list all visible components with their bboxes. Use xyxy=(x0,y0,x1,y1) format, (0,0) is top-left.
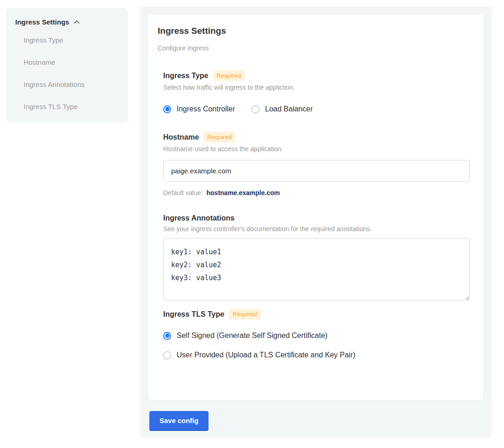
required-badge: Required xyxy=(203,132,235,142)
radio-load-balancer[interactable] xyxy=(252,105,259,113)
required-badge: Required xyxy=(213,70,245,81)
sidebar-item-ingress-type[interactable]: Ingress Type xyxy=(24,31,119,49)
sidebar-item-hostname[interactable]: Hostname xyxy=(24,54,119,71)
sidebar-item-ingress-annotations[interactable]: Ingress Annotations xyxy=(24,76,119,93)
sidebar-item-list: Ingress Type Hostname Ingress Annotation… xyxy=(15,31,119,115)
group-hostname: Hostname Required Hostname used to acces… xyxy=(163,132,474,196)
config-panel: Ingress Settings Configure Ingress Ingre… xyxy=(140,6,492,438)
group-heading: Ingress Type Required xyxy=(163,70,474,81)
radio-user-provided[interactable] xyxy=(163,351,171,359)
radio-option-self-signed[interactable]: Self Signed (Generate Self Signed Certif… xyxy=(163,331,474,340)
radio-option-load-balancer[interactable]: Load Balancer xyxy=(252,105,313,113)
group-ingress-tls-type: Ingress TLS Type Required Self Signed (G… xyxy=(163,309,474,359)
radio-label: Self Signed (Generate Self Signed Certif… xyxy=(177,331,327,340)
ingress-settings-card: Ingress Settings Configure Ingress Ingre… xyxy=(148,15,483,400)
group-heading: Ingress TLS Type Required xyxy=(163,309,474,319)
save-config-button[interactable]: Save config xyxy=(149,411,209,430)
group-ingress-annotations: Ingress Annotations See your ingress con… xyxy=(163,214,474,301)
group-heading: Hostname Required xyxy=(163,132,474,142)
sidebar-group-title: Ingress Settings xyxy=(15,18,69,26)
radio-label: Load Balancer xyxy=(265,105,313,113)
default-value-text: hostname.example.com xyxy=(207,189,280,196)
ingress-type-radio-group: Ingress Controller Load Balancer xyxy=(163,105,474,113)
radio-label: User Provided (Upload a TLS Certificate … xyxy=(177,351,356,359)
required-badge: Required xyxy=(229,309,261,319)
radio-option-ingress-controller[interactable]: Ingress Controller xyxy=(163,105,235,113)
page-subtitle: Configure Ingress xyxy=(158,44,474,52)
group-ingress-type: Ingress Type Required Select how traffic… xyxy=(163,70,474,113)
sidebar-group-toggle[interactable]: Ingress Settings xyxy=(15,18,119,26)
default-value-label: Default value: xyxy=(163,189,203,196)
hostname-input[interactable] xyxy=(163,160,470,182)
form-groups: Ingress Type Required Select how traffic… xyxy=(163,70,474,359)
group-heading: Ingress Annotations xyxy=(163,214,474,222)
sidebar-item-ingress-tls-type[interactable]: Ingress TLS Type xyxy=(24,98,119,115)
group-help-text: Hostname used to access the application. xyxy=(163,145,474,153)
ingress-tls-radio-group: Self Signed (Generate Self Signed Certif… xyxy=(163,331,474,359)
group-label: Ingress Annotations xyxy=(163,214,234,222)
ingress-annotations-textarea[interactable]: key1: value1 key2: value2 key3: value3 xyxy=(163,238,470,301)
radio-self-signed[interactable] xyxy=(163,332,171,340)
group-label: Ingress TLS Type xyxy=(163,310,224,319)
radio-option-user-provided[interactable]: User Provided (Upload a TLS Certificate … xyxy=(163,351,474,359)
default-value-line: Default value: hostname.example.com xyxy=(163,189,474,196)
radio-ingress-controller[interactable] xyxy=(163,105,171,113)
group-help-text: Select how traffic will ingress to the a… xyxy=(163,84,474,91)
radio-label: Ingress Controller xyxy=(177,105,235,113)
group-label: Ingress Type xyxy=(163,72,209,80)
chevron-up-icon xyxy=(73,18,80,26)
group-label: Hostname xyxy=(163,133,199,141)
page-title: Ingress Settings xyxy=(158,26,474,36)
group-help-text: See your ingress controller's documentat… xyxy=(163,225,474,233)
settings-sidebar: Ingress Settings Ingress Type Hostname I… xyxy=(6,8,128,123)
